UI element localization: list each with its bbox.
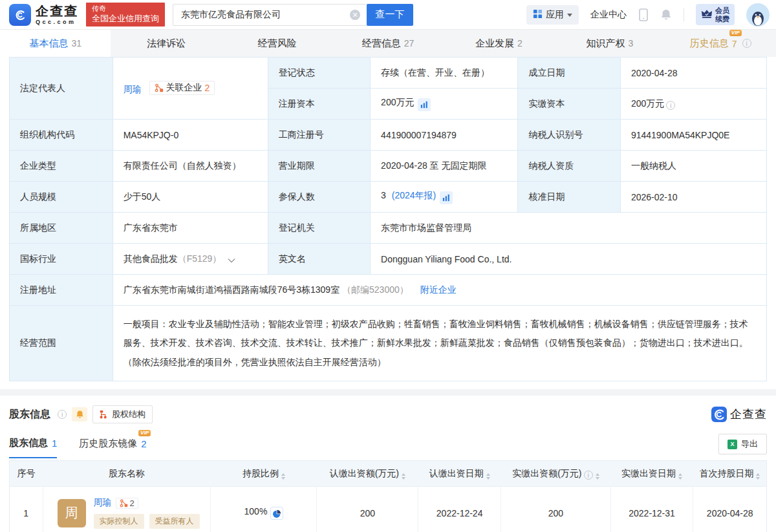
slogan-line1: 传奇 (92, 5, 159, 14)
taxpayer-quality-label: 纳税人资质 (518, 151, 620, 182)
col-paid-amount: 实缴出资额(万元)i (501, 461, 610, 487)
col-index: 序号 (10, 461, 43, 487)
legal-rep-cell: 周瑜 关联企业 2 (113, 58, 268, 120)
qcc-logo-icon (9, 4, 31, 26)
sort-icon[interactable] (402, 473, 405, 480)
subscribe-bell-icon[interactable] (72, 407, 87, 421)
insured-chart-icon[interactable] (440, 191, 453, 204)
tab-company-development[interactable]: 企业发展2 (444, 30, 554, 57)
shareholder-link[interactable]: 周瑜 (94, 497, 112, 509)
org-code-label: 组织机构代码 (10, 120, 113, 151)
authority-label: 登记机关 (268, 213, 370, 244)
shareholders-title: 股东信息 (9, 408, 50, 421)
section-divider (0, 389, 776, 396)
sort-icon[interactable] (756, 473, 760, 480)
subtab-history-shareholders[interactable]: 历史股东镜像 VIP2 (79, 438, 146, 458)
reg-capital-cell: 200万元 (371, 89, 518, 120)
english-name-label: 英文名 (268, 244, 370, 275)
industry-label: 国标行业 (10, 244, 113, 275)
industry-cell: 其他食品批发（F5129） (113, 244, 268, 275)
company-info-table: 法定代表人 周瑜 关联企业 2 登记状态 存续（在营、开业、在册） 成立日期 2… (9, 57, 767, 381)
section-tabs: 基本信息31 法律诉讼 经营风险 经营信息27 企业发展2 知识产权3 历史信息… (0, 30, 776, 57)
apps-label: 应用 (546, 9, 564, 21)
biz-term-label: 营业期限 (268, 151, 370, 182)
staff-size-label: 人员规模 (10, 182, 113, 213)
logo-text: 企查查 (36, 5, 78, 17)
chevron-down-icon (567, 14, 572, 17)
region-value: 广东省东莞市 (113, 213, 268, 244)
staff-size-value: 少于50人 (113, 182, 268, 213)
org-chart-icon (120, 499, 128, 507)
company-type-value: 有限责任公司（自然人独资） (113, 151, 268, 182)
equity-structure-button[interactable]: 股权结构 (92, 405, 153, 423)
tab-basic-info[interactable]: 基本信息31 (0, 30, 111, 57)
first-date-cell: 2020-04-28 (693, 487, 767, 532)
member-line2: 续费 (715, 15, 729, 23)
subtab-shareholder-info[interactable]: 股东信息 1 (9, 437, 57, 458)
vip-badge: VIP (138, 430, 151, 437)
nearby-companies-link[interactable]: 附近企业 (420, 284, 457, 295)
notifications-bell-icon[interactable] (660, 8, 672, 21)
info-icon[interactable]: i (742, 39, 751, 48)
top-nav: 应用 企业中心 会员 续费 (526, 3, 770, 27)
shareholder-name-cell: 周 周瑜 2 实际控制人 受益所有人 (43, 487, 211, 532)
avatar: 周 (58, 499, 86, 527)
slogan-badge: 传奇 全国企业信用查询 (86, 3, 165, 27)
annual-report-link[interactable]: (2024年报) (392, 190, 436, 200)
org-code-value: MA54KPJQ-0 (113, 120, 268, 151)
info-icon[interactable]: i (666, 101, 675, 110)
col-subscribed-date: 认缴出资日期 (418, 461, 501, 487)
reg-capital-label: 注册资本 (268, 89, 370, 120)
business-scope-label: 经营范围 (10, 306, 113, 381)
business-scope-value: 一般项目：农业专业及辅助性活动；智能农业管理；初级农产品收购；牲畜销售；畜牧渔业… (113, 306, 766, 381)
capital-chart-icon[interactable] (418, 98, 431, 111)
info-icon[interactable]: i (58, 410, 67, 419)
clear-search-icon[interactable]: ✕ (350, 10, 360, 20)
company-type-label: 企业类型 (10, 151, 113, 182)
tab-operating-risk[interactable]: 经营风险 (222, 30, 332, 57)
tab-history-info[interactable]: 历史信息 VIP7 i (665, 30, 776, 57)
apps-menu[interactable]: 应用 (526, 5, 579, 25)
export-button[interactable]: X 导出 (718, 434, 767, 454)
sort-icon[interactable] (678, 473, 682, 480)
paid-capital-cell: 200万元i (620, 89, 766, 120)
subscribed-date-cell: 2022-12-24 (418, 487, 501, 532)
shareholders-table: 序号 股东名称 持股比例 认缴出资额(万元) 认缴出资日期 实缴出资额(万元)i… (9, 460, 767, 532)
insured-label: 参保人数 (268, 182, 370, 213)
search-box: ✕ 查一下 (173, 4, 413, 26)
tab-legal-litigation[interactable]: 法律诉讼 (111, 30, 221, 57)
excel-icon: X (727, 440, 737, 449)
mobile-app-icon[interactable] (638, 8, 649, 21)
table-row: 1 周 周瑜 2 (10, 487, 767, 532)
sort-icon[interactable] (281, 473, 285, 480)
info-icon[interactable]: i (584, 471, 593, 480)
col-first-date: 首次持股日期 (693, 461, 767, 487)
qcc-watermark: 企查查 (711, 407, 767, 422)
vip-badge: VIP (729, 30, 742, 37)
search-button[interactable]: 查一下 (367, 4, 413, 26)
qcc-logo-icon (711, 407, 727, 422)
qcc-logo[interactable]: 企查查 Qcc.com (9, 4, 78, 26)
tab-intellectual-property[interactable]: 知识产权3 (554, 30, 665, 57)
legal-rep-label: 法定代表人 (10, 58, 113, 120)
pie-chart-icon[interactable] (270, 507, 283, 520)
user-avatar[interactable] (746, 3, 770, 27)
related-companies-badge[interactable]: 关联企业 2 (149, 81, 215, 95)
sort-icon[interactable] (596, 473, 599, 480)
col-ratio: 持股比例 (211, 461, 317, 487)
reg-status-value: 存续（在营、开业、在册） (371, 58, 518, 89)
legal-rep-link[interactable]: 周瑜 (124, 84, 142, 94)
search-input[interactable] (173, 4, 367, 26)
crown-icon (701, 8, 713, 21)
divider (684, 8, 684, 21)
sort-icon[interactable] (486, 473, 490, 480)
grid-icon (533, 9, 543, 21)
chevron-down-icon[interactable] (228, 255, 235, 265)
table-header-row: 序号 股东名称 持股比例 认缴出资额(万元) 认缴出资日期 实缴出资额(万元)i… (10, 461, 767, 487)
related-count-badge[interactable]: 2 (116, 498, 138, 509)
enterprise-center-link[interactable]: 企业中心 (590, 9, 627, 21)
establish-date-value: 2020-04-28 (620, 58, 766, 89)
col-paid-date: 实缴出资日期 (610, 461, 693, 487)
member-renew-button[interactable]: 会员 续费 (696, 4, 735, 25)
tab-operating-info[interactable]: 经营信息27 (332, 30, 443, 57)
